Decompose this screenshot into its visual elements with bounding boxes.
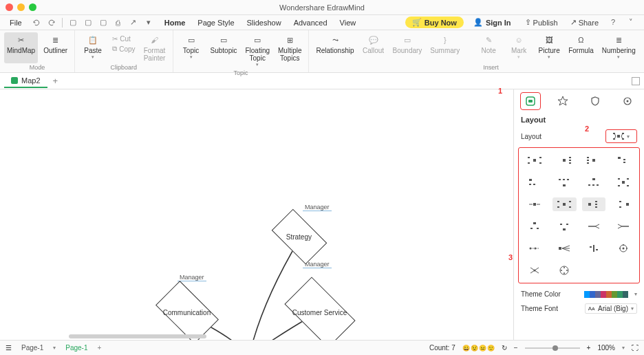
layout-option-10[interactable] bbox=[552, 197, 577, 211]
chevron-down-icon[interactable]: ▾ bbox=[53, 345, 56, 351]
note-button[interactable]: ✎Note bbox=[475, 32, 502, 63]
maximize-window-button[interactable] bbox=[29, 3, 36, 11]
floating-topic-button[interactable]: ▭FloatingTopic▾ bbox=[242, 32, 272, 69]
sync-icon[interactable]: ↻ bbox=[502, 344, 507, 352]
layout-option-21[interactable] bbox=[523, 263, 547, 277]
tab-slideshow[interactable]: Slideshow bbox=[247, 19, 281, 27]
layout-selector[interactable]: ▾ bbox=[605, 129, 637, 143]
qat-dropdown[interactable]: ▾ bbox=[144, 18, 153, 28]
layout-tab-button[interactable] bbox=[520, 92, 541, 110]
chevron-down-icon[interactable]: ▾ bbox=[622, 345, 625, 351]
cut-button[interactable]: ✂Cut bbox=[109, 34, 138, 43]
add-tab-button[interactable]: + bbox=[47, 74, 64, 88]
layout-option-17[interactable] bbox=[523, 241, 547, 255]
redo-button[interactable] bbox=[47, 18, 56, 28]
doc-tab-map2[interactable]: Map2 bbox=[4, 74, 47, 88]
mark-button[interactable]: ☺Mark▾ bbox=[505, 32, 533, 63]
theme-color-swatch[interactable] bbox=[623, 291, 628, 298]
theme-color-swatch[interactable] bbox=[590, 291, 595, 298]
zoom-slider[interactable] bbox=[525, 347, 580, 349]
theme-color-palette[interactable] bbox=[584, 291, 628, 298]
help-button[interactable]: ? bbox=[611, 18, 621, 28]
layout-option-3[interactable] bbox=[582, 153, 606, 167]
topic-button[interactable]: ▭Topic▾ bbox=[178, 32, 205, 69]
zoom-out-button[interactable]: − bbox=[514, 344, 518, 352]
new-button[interactable]: ▢ bbox=[68, 18, 78, 28]
relationship-button[interactable]: ⤳Relationship bbox=[313, 32, 356, 63]
fullscreen-button[interactable]: ⛶ bbox=[632, 344, 638, 352]
more-button[interactable]: ⋯More▾ bbox=[641, 32, 644, 63]
minimize-window-button[interactable] bbox=[17, 3, 25, 11]
zoom-value[interactable]: 100% bbox=[597, 344, 615, 352]
layout-option-11[interactable] bbox=[582, 197, 606, 211]
layout-option-1[interactable] bbox=[523, 153, 547, 167]
subtopic-button[interactable]: ▭Subtopic bbox=[208, 32, 240, 69]
outliner-button[interactable]: ≣Outliner bbox=[41, 32, 70, 63]
close-window-button[interactable] bbox=[6, 3, 13, 11]
layout-option-13[interactable] bbox=[523, 219, 547, 233]
boundary-button[interactable]: ▭Boundary bbox=[390, 32, 425, 63]
theme-color-swatch[interactable] bbox=[584, 291, 590, 298]
layout-option-9[interactable] bbox=[523, 197, 547, 211]
settings-tab-button[interactable] bbox=[617, 92, 638, 110]
security-tab-button[interactable] bbox=[585, 92, 605, 110]
tab-advanced[interactable]: Advanced bbox=[294, 19, 328, 27]
svg-rect-22 bbox=[592, 159, 595, 162]
tab-view[interactable]: View bbox=[340, 19, 356, 27]
paste-button[interactable]: 📋Paste▾ bbox=[79, 32, 107, 63]
layout-option-15[interactable] bbox=[582, 219, 606, 233]
layout-option-16[interactable] bbox=[611, 219, 635, 233]
picture-button[interactable]: 🖼Picture▾ bbox=[535, 32, 563, 63]
tab-page-style[interactable]: Page Style bbox=[197, 19, 234, 27]
save-button[interactable]: ▢ bbox=[98, 18, 108, 28]
layout-option-5[interactable] bbox=[523, 175, 547, 189]
layout-option-14[interactable] bbox=[552, 219, 577, 233]
layout-option-18[interactable] bbox=[552, 241, 577, 255]
open-button[interactable]: ▢ bbox=[83, 18, 93, 28]
page-label[interactable]: Page-1 bbox=[21, 344, 43, 352]
formula-button[interactable]: ΩFormula bbox=[566, 32, 597, 63]
mindmap-button[interactable]: ✂MindMap bbox=[4, 32, 38, 63]
theme-color-swatch[interactable] bbox=[595, 291, 601, 298]
layout-option-19[interactable] bbox=[582, 241, 606, 255]
callout-button[interactable]: 💬Callout bbox=[360, 32, 387, 63]
sign-in-button[interactable]: 👤Sign In bbox=[468, 17, 517, 28]
layout-option-6[interactable] bbox=[552, 175, 577, 189]
multiple-topics-button[interactable]: ⊞MultipleTopics bbox=[275, 32, 304, 69]
theme-font-selector[interactable]: Aᴀ Arial (Big) ▾ bbox=[585, 303, 637, 314]
publish-button[interactable]: ⇪Publish bbox=[521, 17, 562, 28]
layout-option-20[interactable] bbox=[611, 241, 635, 255]
horizontal-scrollbar[interactable] bbox=[69, 334, 206, 338]
collapse-ribbon-button[interactable]: ˅ bbox=[629, 18, 638, 28]
format-painter-button[interactable]: 🖌FormatPainter bbox=[141, 32, 169, 63]
print-button[interactable]: ⎙ bbox=[114, 18, 123, 28]
chevron-down-icon[interactable]: ▾ bbox=[634, 291, 637, 297]
canvas[interactable]: Manager Manager Manager Communication St… bbox=[0, 89, 513, 340]
layout-option-22[interactable] bbox=[552, 263, 577, 277]
share-button[interactable]: ↗Share bbox=[566, 17, 603, 28]
layout-option-12[interactable] bbox=[611, 197, 635, 211]
zoom-in-button[interactable]: + bbox=[587, 344, 591, 352]
numbering-button[interactable]: ≣Numbering▾ bbox=[599, 32, 638, 63]
layout-option-8[interactable] bbox=[611, 175, 635, 189]
copy-button[interactable]: ⧉Copy bbox=[109, 44, 138, 54]
summary-button[interactable]: }Summary bbox=[427, 32, 462, 63]
current-page[interactable]: Page-1 bbox=[65, 344, 87, 352]
window-split-button[interactable] bbox=[632, 77, 640, 85]
export-button[interactable]: ↗ bbox=[129, 18, 138, 28]
theme-color-swatch[interactable] bbox=[617, 291, 623, 298]
layout-option-7[interactable] bbox=[582, 175, 606, 189]
zoom-thumb[interactable] bbox=[552, 345, 558, 351]
theme-color-swatch[interactable] bbox=[612, 291, 617, 298]
layout-option-4[interactable] bbox=[611, 153, 635, 167]
layout-option-2[interactable] bbox=[552, 153, 577, 167]
theme-color-swatch[interactable] bbox=[601, 291, 606, 298]
add-page-button[interactable]: + bbox=[98, 344, 102, 352]
theme-color-swatch[interactable] bbox=[606, 291, 612, 298]
buy-now-button[interactable]: 🛒Buy Now bbox=[405, 17, 464, 28]
outline-toggle[interactable]: ☰ bbox=[6, 344, 12, 352]
tab-home[interactable]: Home bbox=[164, 19, 186, 27]
style-tab-button[interactable] bbox=[552, 92, 573, 110]
undo-button[interactable] bbox=[32, 18, 41, 28]
file-menu[interactable]: File bbox=[6, 17, 26, 28]
